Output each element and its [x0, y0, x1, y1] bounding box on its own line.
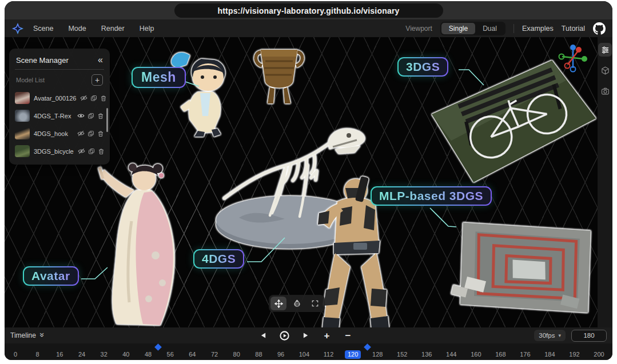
visibility-off-icon[interactable] — [80, 94, 87, 102]
ruler-tick[interactable]: 168 — [495, 351, 505, 358]
zoom-in-button[interactable]: + — [322, 330, 332, 341]
camera-icon — [601, 87, 610, 95]
add-model-button[interactable]: + — [91, 74, 103, 86]
ruler-tick[interactable]: 184 — [544, 351, 555, 358]
visibility-off-icon[interactable] — [78, 147, 85, 155]
menu-help[interactable]: Help — [140, 25, 154, 33]
ruler-tick[interactable]: 152 — [397, 351, 407, 358]
tutorial-link[interactable]: Tutorial — [562, 25, 585, 33]
delete-icon[interactable] — [100, 95, 107, 102]
model-row-avatar[interactable]: Avatar_000126 — [9, 89, 110, 107]
tag-mesh[interactable]: Mesh — [132, 67, 186, 88]
model-list-title: Model List — [16, 77, 45, 83]
ruler-tick[interactable]: 32 — [100, 351, 108, 358]
ruler-ticks: 0 8 16 24 32 40 48 56 64 72 80 88 96 104… — [11, 351, 604, 358]
ruler-tick[interactable]: 96 — [277, 351, 285, 358]
menu-bar: Scene Mode Render Help Viewport Single D… — [5, 19, 612, 37]
ruler-tick[interactable]: 24 — [78, 351, 86, 358]
delete-icon[interactable] — [97, 113, 104, 119]
axis-gizmo[interactable] — [556, 42, 590, 74]
model-thumbnail — [15, 92, 30, 104]
ruler-tick[interactable]: 192 — [569, 351, 579, 358]
screenshot-camera-button[interactable] — [598, 84, 612, 98]
model-mlp-building[interactable] — [437, 204, 611, 330]
duplicate-icon[interactable] — [88, 148, 95, 155]
address-bar[interactable]: https://visionary-laboratory.github.io/v… — [174, 3, 443, 18]
tag-3dgs[interactable]: 3DGS — [397, 57, 448, 77]
ruler-tick[interactable]: 56 — [166, 351, 174, 358]
cube-icon — [601, 66, 610, 75]
playback-controls: + − — [258, 327, 353, 343]
fps-value: 30fps — [539, 332, 555, 339]
duplicate-icon[interactable] — [87, 113, 94, 119]
model-name: 4DGS_hook — [34, 130, 73, 137]
keyframe-diamond[interactable] — [154, 343, 162, 351]
tag-mesh-text: Mesh — [141, 70, 176, 85]
tag-avatar[interactable]: Avatar — [23, 266, 79, 286]
ruler-tick[interactable]: 0 — [11, 351, 19, 358]
github-icon[interactable] — [593, 22, 606, 35]
examples-link[interactable]: Examples — [522, 25, 554, 33]
zoom-out-button[interactable]: − — [343, 330, 353, 341]
ruler-tick[interactable]: 104 — [299, 351, 309, 358]
model-row-hook[interactable]: 4DGS_hook — [9, 125, 110, 142]
step-back-button[interactable] — [258, 330, 269, 341]
model-avatar-woman[interactable] — [91, 153, 200, 331]
menubar-divider — [513, 24, 514, 33]
frame-count-input[interactable] — [571, 330, 607, 342]
tag-4dgs[interactable]: 4DGS — [193, 249, 244, 269]
delete-icon[interactable] — [97, 130, 104, 137]
ruler-tick[interactable]: 200 — [594, 351, 604, 358]
model-row-bicycle[interactable]: 3DGS_bicycle — [9, 142, 110, 160]
ruler-tick[interactable]: 128 — [372, 351, 383, 358]
menu-mode[interactable]: Mode — [68, 25, 86, 33]
ruler-tick[interactable]: 72 — [210, 351, 218, 358]
panel-collapse-icon[interactable]: « — [98, 55, 103, 65]
ruler-tick[interactable]: 176 — [520, 351, 530, 358]
step-forward-icon — [302, 332, 309, 339]
visibility-off-icon[interactable] — [77, 130, 85, 137]
current-frame-tick[interactable]: 120 — [345, 350, 361, 359]
settings-sliders-button[interactable] — [598, 43, 612, 57]
panel-scrollbar[interactable] — [106, 108, 108, 132]
ruler-tick[interactable]: 8 — [34, 351, 42, 358]
url-text: https://visionary-laboratory.github.io/v… — [217, 6, 399, 15]
scale-tool-button[interactable] — [307, 297, 323, 310]
timeline-collapse-icon[interactable]: « — [37, 334, 46, 337]
move-tool-button[interactable] — [270, 297, 286, 310]
geometry-cube-button[interactable] — [598, 63, 612, 77]
ruler-tick[interactable]: 88 — [254, 351, 262, 358]
step-forward-button[interactable] — [301, 330, 311, 341]
play-button[interactable] — [280, 330, 290, 341]
scene-manager-panel: Scene Manager « Model List + Avatar_0001… — [9, 49, 110, 165]
model-name: 3DGS_bicycle — [34, 148, 74, 155]
viewport-single-button[interactable]: Single — [441, 23, 475, 34]
rotate-tool-button[interactable] — [289, 297, 305, 310]
fps-select[interactable]: 30fps ▾ — [534, 330, 566, 341]
ruler-tick[interactable]: 16 — [55, 351, 63, 358]
visibility-on-icon[interactable] — [77, 112, 85, 119]
ruler-tick[interactable]: 80 — [233, 351, 241, 358]
viewport-3d[interactable]: Mesh 3DGS 4DGS Avatar MLP-based 3DGS Sce… — [5, 37, 612, 327]
model-bronze-cup[interactable] — [250, 42, 308, 110]
duplicate-icon[interactable] — [90, 95, 97, 102]
ruler-tick[interactable]: 64 — [188, 351, 196, 358]
menu-scene[interactable]: Scene — [33, 25, 53, 33]
tag-mlp-3dgs[interactable]: MLP-based 3DGS — [371, 186, 492, 206]
menu-render[interactable]: Render — [101, 25, 125, 33]
ruler-tick[interactable]: 112 — [324, 351, 334, 358]
step-back-icon — [260, 332, 266, 339]
ruler-tick[interactable]: 144 — [446, 351, 456, 358]
timeline-bar: Timeline « + − 30fps ▾ — [5, 327, 612, 343]
keyframe-diamond[interactable] — [364, 343, 371, 351]
model-row-trex[interactable]: 4DGS_T-Rex — [9, 107, 110, 125]
viewport-dual-button[interactable]: Dual — [475, 23, 504, 34]
ruler-tick[interactable]: 136 — [421, 351, 432, 358]
ruler-tick[interactable]: 160 — [471, 351, 481, 358]
model-bicycle-bench[interactable] — [427, 60, 598, 183]
ruler-tick[interactable]: 48 — [144, 351, 152, 358]
frame-ruler[interactable]: 0 8 16 24 32 40 48 56 64 72 80 88 96 104… — [5, 343, 612, 360]
ruler-tick[interactable]: 40 — [122, 351, 130, 358]
delete-icon[interactable] — [98, 148, 105, 155]
duplicate-icon[interactable] — [87, 130, 94, 137]
